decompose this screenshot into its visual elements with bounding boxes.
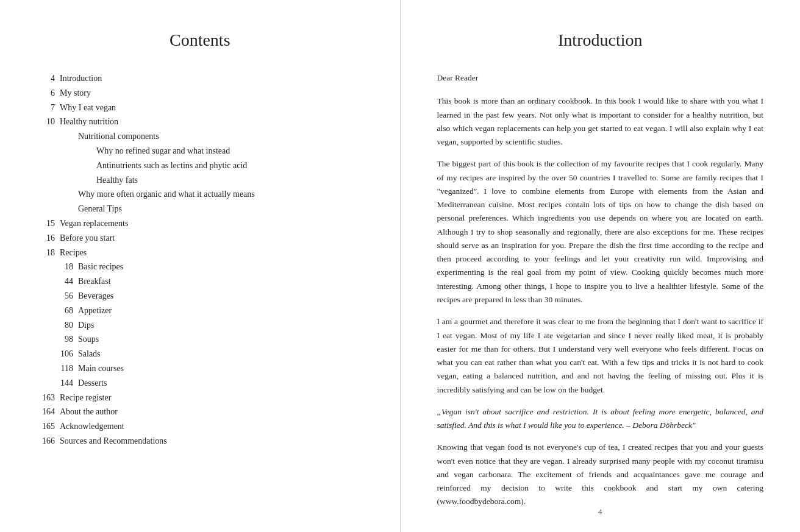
toc-entry: 18 Basic recipes [37,260,363,274]
toc-label: Acknowledgement [60,419,363,434]
toc-num: 118 [49,361,73,376]
toc-entry: 163 Recipe register [37,391,363,405]
toc-label: Main courses [78,361,363,376]
toc-entry: 118 Main courses [37,361,363,376]
toc-entry: 164 About the author [37,405,363,419]
toc-label: Healthy nutrition [60,115,363,129]
toc-label: Antinutrients such as lectins and phytic… [96,158,363,173]
intro-salutation: Dear Reader [437,71,764,85]
toc-label: About the author [60,405,363,419]
toc-label: Dips [78,318,363,333]
toc-num: 10 [37,115,55,129]
book-spread: Contents 4 Introduction 6 My story 7 Why… [0,0,800,532]
toc-num: 163 [37,391,55,405]
toc-num: 44 [49,274,73,289]
toc-entry: 6 My story [37,86,363,101]
toc-label: Desserts [78,376,363,391]
toc-entry: Why more often organic and what it actua… [37,187,363,202]
toc-label: Before you start [60,231,363,246]
toc-entry: 98 Soups [37,332,363,347]
toc-label: Salads [78,347,363,361]
toc-num: 80 [49,318,73,333]
intro-quote: „Vegan isn't about sacrifice and restric… [437,405,764,433]
toc-num: 144 [49,376,73,391]
toc-label: Basic recipes [78,260,363,274]
toc-num: 16 [37,231,55,246]
toc-label: Healthy fats [96,173,363,188]
toc-label: Why more often organic and what it actua… [78,187,363,202]
toc-num: 6 [37,86,55,101]
toc-entry: General Tips [37,202,363,216]
intro-content: Dear Reader This book is more than an or… [437,71,764,509]
toc-entry: Why no refined sugar and what instead [37,144,363,158]
toc-label: General Tips [78,202,363,216]
toc-num: 4 [37,71,55,86]
intro-para: I am a gourmet and therefore it was clea… [437,315,764,397]
toc-label: Why I eat vegan [60,101,363,115]
intro-para: Knowing that vegan food is not everyone'… [437,441,764,508]
toc-label: Vegan replacements [60,216,363,231]
toc-num: 98 [49,332,73,347]
intro-para: This book is more than an ordinary cookb… [437,94,764,149]
toc-label: Beverages [78,289,363,303]
toc-label: Breakfast [78,274,363,289]
toc-entry: Healthy fats [37,173,363,188]
toc-label: My story [60,86,363,101]
toc-num: 15 [37,216,55,231]
contents-title: Contents [37,30,363,50]
toc-section: 4 Introduction 6 My story 7 Why I eat ve… [37,71,363,449]
toc-entry: 68 Appetizer [37,303,363,318]
toc-entry: 144 Desserts [37,376,363,391]
toc-num: 56 [49,289,73,303]
toc-entry: 165 Acknowledgement [37,419,363,434]
toc-num: 165 [37,419,55,434]
toc-label: Nutritional components [78,129,363,144]
toc-num: 18 [37,246,55,260]
contents-page: Contents 4 Introduction 6 My story 7 Why… [0,0,401,532]
toc-num: 7 [37,101,55,115]
toc-label: Introduction [60,71,363,86]
toc-label: Appetizer [78,303,363,318]
toc-entry: 10 Healthy nutrition [37,115,363,129]
toc-entry: 16 Before you start [37,231,363,246]
toc-entry: 80 Dips [37,318,363,333]
introduction-page: Introduction Dear Reader This book is mo… [401,0,801,532]
toc-entry: Antinutrients such as lectins and phytic… [37,158,363,173]
toc-label: Recipe register [60,391,363,405]
toc-entry: 18 Recipes [37,246,363,260]
page-number: 4 [598,507,602,517]
toc-label: Soups [78,332,363,347]
toc-num: 166 [37,434,55,449]
toc-entry: 7 Why I eat vegan [37,101,363,115]
toc-label: Recipes [60,246,363,260]
introduction-title: Introduction [437,30,764,50]
toc-entry: 15 Vegan replacements [37,216,363,231]
toc-entry: Nutritional components [37,129,363,144]
toc-entry: 56 Beverages [37,289,363,303]
toc-num: 164 [37,405,55,419]
toc-label: Sources and Recommendations [60,434,363,449]
toc-entry: 106 Salads [37,347,363,361]
toc-entry: 44 Breakfast [37,274,363,289]
toc-num: 68 [49,303,73,318]
toc-num: 106 [49,347,73,361]
intro-para: The biggest part of this book is the col… [437,157,764,307]
toc-label: Why no refined sugar and what instead [96,144,363,158]
toc-entry: 166 Sources and Recommendations [37,434,363,449]
toc-entry: 4 Introduction [37,71,363,86]
toc-num: 18 [49,260,73,274]
